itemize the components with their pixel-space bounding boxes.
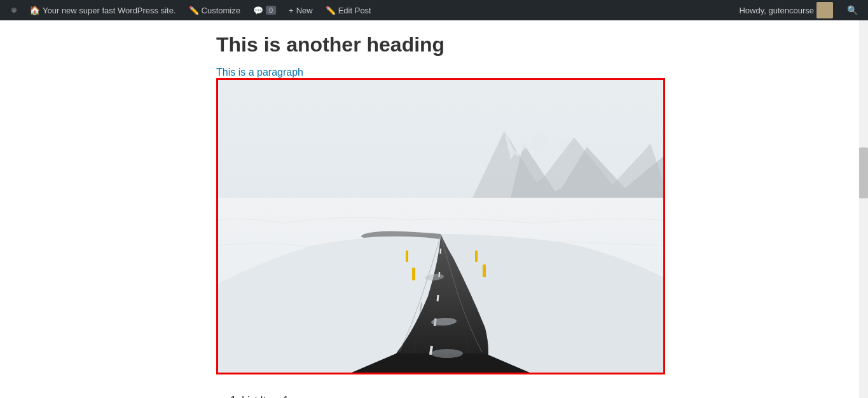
svg-rect-15 [406, 250, 408, 262]
comment-count: 0 [266, 6, 276, 15]
ordered-list: List Item 1 [216, 395, 699, 398]
page-heading: This is another heading [216, 33, 699, 57]
howdy-label: Howdy, gutencourse [739, 6, 814, 15]
image-container[interactable] [216, 78, 665, 374]
home-icon: 🏠 [29, 5, 40, 15]
svg-point-14 [431, 349, 463, 358]
edit-post-button[interactable]: ✏️ Edit Post [319, 0, 378, 20]
page-content: This is another heading This is a paragr… [0, 20, 699, 398]
howdy-button[interactable]: Howdy, gutencourse [733, 0, 839, 20]
list-item-1-text: List Item 1 [242, 395, 289, 398]
site-name-button[interactable]: 🏠 Your new super fast WordPress site. [23, 0, 183, 20]
scrollbar-track [859, 20, 868, 398]
admin-bar: W 🏠 Your new super fast WordPress site. … [0, 0, 868, 20]
comments-button[interactable]: 💬 0 [247, 0, 282, 20]
svg-text:W: W [13, 9, 15, 12]
search-icon: 🔍 [847, 5, 858, 15]
comment-icon: 💬 [253, 6, 263, 15]
user-avatar [816, 2, 833, 18]
svg-rect-17 [475, 250, 478, 262]
scrollbar-thumb[interactable] [859, 148, 868, 198]
customize-label: Customize [202, 6, 240, 15]
plus-icon: + [289, 6, 294, 15]
svg-rect-16 [412, 268, 415, 280]
customize-icon: ✏️ [189, 6, 199, 15]
search-button[interactable]: 🔍 [842, 5, 863, 15]
paragraph-link[interactable]: This is a paragraph [216, 67, 303, 78]
wp-logo-button[interactable]: W [5, 1, 23, 19]
adminbar-left: W 🏠 Your new super fast WordPress site. … [5, 0, 733, 20]
edit-post-label: Edit Post [338, 6, 371, 15]
wordpress-icon: W [11, 4, 17, 17]
new-label: New [296, 6, 313, 15]
edit-icon: ✏️ [326, 6, 336, 15]
adminbar-right: Howdy, gutencourse 🔍 [733, 0, 863, 20]
new-content-button[interactable]: + New [282, 0, 319, 20]
customize-button[interactable]: ✏️ Customize [183, 0, 247, 20]
road-image [218, 80, 663, 373]
site-name-label: Your new super fast WordPress site. [43, 6, 176, 15]
list-item-1: List Item 1 [242, 395, 699, 398]
svg-rect-18 [483, 264, 486, 277]
